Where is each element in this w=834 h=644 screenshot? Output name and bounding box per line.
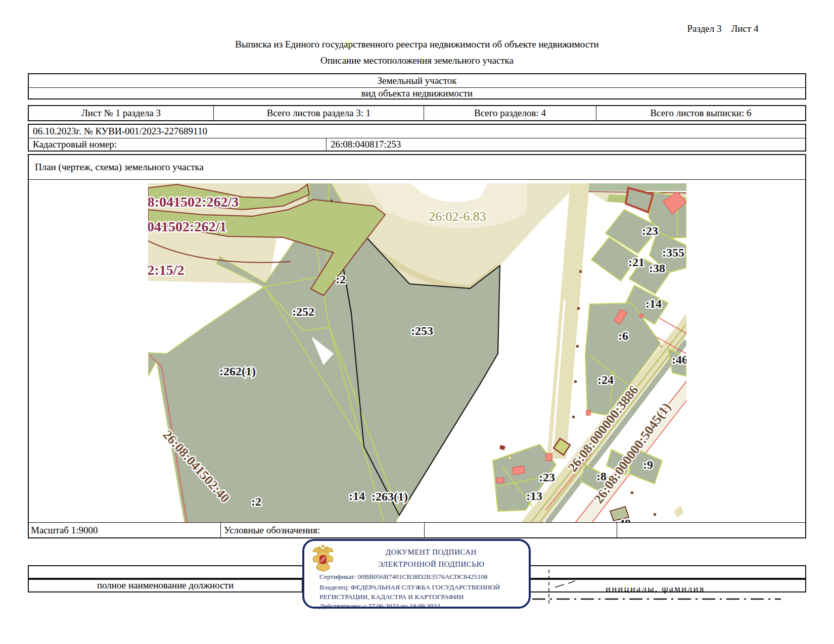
digital-signature-stamp: ДОКУМЕНТ ПОДПИСАН ЭЛЕКТРОННОЙ ПОДПИСЬЮ С… (302, 539, 531, 609)
doc-info-table: 06.10.2023г. № КУВИ-001/2023-227689110 К… (28, 124, 806, 152)
page-title: Выписка из Единого государственного реес… (28, 39, 806, 51)
plan-scale: Масштаб 1:9000 (29, 523, 221, 538)
stamp-owner-line2: РЕГИСТРАЦИИ, КАДАСТРА И КАРТОГРАФИИ (319, 593, 464, 601)
plan-legend-label: Условные обозначения: (221, 523, 425, 538)
stamp-title-line2: ЭЛЕКТРОННОЙ ПОДПИСЬЮ (336, 560, 527, 569)
page-subtitle: Описание местоположения земельного участ… (28, 55, 806, 67)
sheets-cell: Лист № 1 раздела 3 (29, 106, 214, 120)
stamp-owner-line1: Владелец: ФЕДЕРАЛЬНАЯ СЛУЖБА ГОСУДАРСТВЕ… (319, 583, 500, 591)
plan-legend-cell (425, 523, 617, 538)
sheets-cell: Всего листов выписки: 6 (596, 106, 805, 120)
signature-name-hint: инициалы, фамилия (606, 587, 712, 595)
stamp-certificate: Сертификат: 00BB056B7401CB38D2B3576ACDC8… (319, 573, 487, 581)
sheets-cell: Всего листов раздела 3: 1 (214, 106, 424, 120)
object-type-table: Земельный участок вид объекта недвижимос… (28, 73, 806, 100)
plan-table: План (чертеж, схема) земельного участка … (28, 154, 806, 538)
sheets-table: Лист № 1 раздела 3 Всего листов раздела … (28, 105, 806, 121)
stamp-validity: Действителен: с 27.06.2023 по 19.09.2024 (319, 602, 440, 610)
stamp-title-line1: ДОКУМЕНТ ПОДПИСАН (336, 548, 527, 557)
cadastral-number-label: Кадастровый номер: (29, 138, 327, 151)
sheets-cell: Всего разделов: 4 (424, 106, 596, 120)
cadastral-number-value: 26:08:040817:253 (327, 138, 805, 151)
object-type-value: Земельный участок (29, 74, 805, 88)
coat-of-arms-icon (309, 543, 337, 574)
signature-position-label: полное наименование должности (29, 580, 302, 591)
object-type-caption: вид объекта недвижимости (29, 88, 805, 99)
plan-header: План (чертеж, схема) земельного участка (29, 155, 805, 180)
doc-date-number: 06.10.2023г. № КУВИ-001/2023-227689110 (29, 125, 805, 138)
corner-section-sheet: Раздел 3 Лист 4 (657, 23, 789, 35)
